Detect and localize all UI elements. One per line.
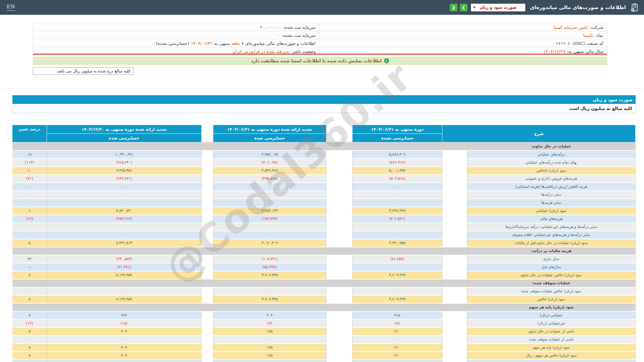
table-row: سود (زیان) پایه هر سهم۲۱۰۱۹۵۴۰۷۸	[12, 344, 636, 352]
spacer-cell	[326, 352, 352, 360]
value-current-period: ۰	[352, 287, 442, 295]
value-restated-0631: (۷)	[213, 319, 326, 327]
spacer-cell	[442, 223, 467, 231]
row-label: سود (زيان) عملياتي	[467, 207, 636, 215]
spacer-cell	[201, 263, 213, 271]
value-percent-change: ۰	[12, 199, 47, 207]
spacer-cell	[201, 311, 213, 319]
col-header-restated-0631: تجدید ارائه شده دوره منتهی به ۱۴۰۳/۰۶/۳۱	[213, 125, 326, 134]
value-restated-0631: (۱۸۳,۷۳۹)	[213, 215, 326, 223]
table-row: سایر هزینه‌ها۰۰۰۰	[12, 199, 636, 207]
row-label: سرمایه	[467, 360, 636, 362]
row-label: هزینه‌هاي مالی	[467, 215, 636, 223]
value-restated-0631: (۵۸,۳۳۸)	[213, 263, 326, 271]
row-label: سایر درآمدها و هزینه‌هاي غیرعملياتي- درآ…	[467, 223, 636, 231]
empty-cell	[213, 247, 326, 255]
value-current-period: (۸۶۶,۳۱۲)	[352, 159, 442, 167]
spacer-cell	[201, 303, 213, 311]
value-restated-1230: ۴۰۷	[47, 352, 201, 360]
spacer-cell	[442, 150, 467, 159]
previous-statement-button[interactable]: ❮	[450, 4, 458, 11]
value-restated-1230: ۸,۸۳۰,۷۳۰	[47, 207, 201, 215]
value-restated-1230: ۸,۱۴۴,۹۵۹	[47, 295, 201, 303]
spacer-cell	[326, 191, 352, 199]
value-restated-0631: ۰	[213, 223, 326, 231]
empty-cell	[12, 279, 47, 287]
statement-type-dropdown[interactable]: صورت سود و زیان ▼	[471, 4, 525, 11]
col-subheader-1230-audit: حسابرسی شده	[47, 134, 201, 142]
company-info-label: منتهی به	[214, 41, 230, 46]
value-restated-0631: (۴۰۶,۰۹۷)	[213, 159, 326, 167]
english-language-link[interactable]: EN	[7, 4, 15, 11]
empty-cell	[12, 303, 47, 311]
value-current-period: ۰	[352, 336, 442, 344]
empty-cell	[12, 247, 47, 255]
value-percent-change: ۰	[12, 191, 47, 199]
spacer-cell	[326, 271, 352, 279]
empty-cell	[12, 142, 47, 150]
col-subheader-0631-audit: حسابرسی شده	[213, 134, 326, 142]
value-restated-0631: ۱۹۵	[213, 352, 326, 360]
section-divider	[0, 88, 644, 88]
spacer-cell	[201, 336, 213, 344]
spacer-cell	[442, 271, 467, 279]
spacer-cell	[326, 327, 352, 336]
empty-cell	[213, 279, 326, 287]
value-current-period: (۵۰۴,۵۱۸)	[352, 175, 442, 183]
value-restated-1230: ۰	[47, 199, 201, 207]
value-restated-1230: ۰	[47, 231, 201, 239]
spacer-cell	[201, 167, 213, 175]
value-restated-1230: ۰	[47, 191, 201, 199]
row-label: سایر هزینه‌ها	[467, 199, 636, 207]
table-row: سایر درآمدها و هزینه‌هاي غیرعملياتي- درآ…	[12, 223, 636, 231]
company-info-label: شرکت:	[590, 25, 603, 30]
value-restated-1230: ۴۰۷	[47, 344, 201, 352]
spacer-cell	[201, 239, 213, 247]
spacer-cell	[201, 231, 213, 239]
spacer-cell	[442, 303, 467, 311]
company-info-value: ۶۷۱۹۰۸	[556, 41, 570, 46]
company-info-label: سال مالی منتهی به:	[567, 49, 603, 54]
row-label: سال جاری	[467, 255, 636, 263]
row-label: سود (زيان) عملیات در حال تداوم قبل از ما…	[467, 239, 636, 247]
spacer-cell	[442, 360, 467, 362]
spacer-cell	[326, 239, 352, 247]
spacer-cell	[442, 352, 467, 360]
value-current-period: ۰	[352, 263, 442, 271]
value-restated-0631: ۰	[213, 191, 326, 199]
col-header-percent-change: درصد تغییر	[12, 125, 47, 142]
company-info-row: نماد:تکیمیاسرمایه ثبت نشده:۰	[33, 31, 607, 39]
company-info-value: ۱۴۰۴/۰۶/۳۱	[191, 41, 213, 46]
spacer-cell	[442, 231, 467, 239]
spacer-cell	[442, 191, 467, 199]
value-restated-0631: ۴,۹۵۶,۰۶۵	[213, 150, 326, 159]
next-statement-button[interactable]: ❯	[460, 4, 468, 11]
value-restated-0631: ۴,۰۷۰,۴۰۴	[213, 239, 326, 247]
table-header-row-1: شرح دوره منتهی به ۱۴۰۴/۰۶/۳۱ تجدید ارائه…	[12, 125, 636, 134]
row-label: درآمدهاي عملياتي	[467, 150, 636, 159]
table-row: بهای تمام شده درآمدهاي عملياتي(۸۶۶,۳۱۲)(…	[12, 159, 636, 167]
statement-type-selected: صورت سود و زیان	[480, 5, 517, 10]
spacer-cell	[201, 352, 213, 360]
row-label: ناشی از عملیات متوقف شده	[467, 336, 636, 344]
statement-title-bar: صورت سود و زیان	[12, 95, 636, 104]
value-percent-change: ۰	[12, 336, 47, 344]
spacer-cell	[442, 319, 467, 327]
company-info-table: شرکت:تامین سرمایه کیمیاسرمایه ثبت شده:۲۰…	[33, 23, 607, 55]
spacer-cell	[326, 303, 352, 311]
info-icon: i	[384, 58, 389, 63]
row-label: سود (زیان) خالص عملیات متوقف شده	[467, 287, 636, 295]
statement-units-row: کلیه مبالغ به میلیون ریال است	[12, 104, 636, 113]
spacer-cell	[442, 142, 467, 150]
table-row: سود (زیان) خالص۴,۲۰۹,۴۹۹۳,۹۰۷,۳۴۵۸,۱۴۴,۹…	[12, 295, 636, 303]
company-info-label: سرمایه ثبت شده:	[283, 25, 316, 30]
value-restated-1230: ۴۰۷	[47, 327, 201, 336]
value-current-period: ۴,۲۰۹,۴۹۹	[352, 271, 442, 279]
spacer-cell	[201, 360, 213, 362]
value-current-period: ۴,۲۰۹,۴۹۹	[352, 295, 442, 303]
spacer-cell	[442, 199, 467, 207]
spacer-cell	[201, 183, 213, 191]
table-row: سود (زیان) خالص عملیات در حال تداوم۴,۲۰۹…	[12, 271, 636, 279]
table-row: غیرعملیاتي (ریال)(۸)(۷)(۱۵)(۱۴)	[12, 319, 636, 327]
empty-cell	[213, 303, 326, 311]
